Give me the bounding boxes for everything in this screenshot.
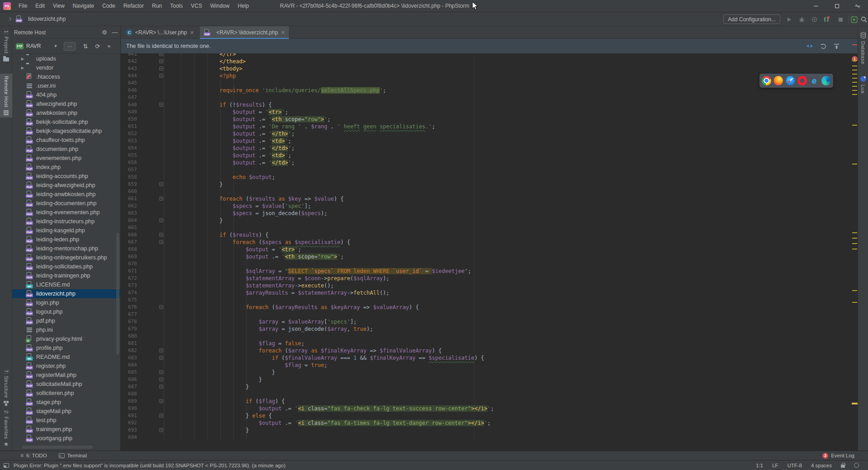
- tree-horizontal-scrollbar[interactable]: [22, 446, 93, 449]
- caret-position[interactable]: 1:1: [756, 463, 763, 468]
- tree-row[interactable]: PHP404.php: [12, 90, 120, 99]
- code-line[interactable]: 654 $output .= '</td>';: [121, 145, 852, 152]
- breadcrumb[interactable]: lidoverzicht.php: [28, 16, 66, 22]
- code-line[interactable]: 643- <tbody>: [121, 65, 852, 72]
- stripe-mark[interactable]: [852, 66, 857, 66]
- stripe-mark[interactable]: [852, 243, 857, 244]
- fold-marker-icon[interactable]: -: [159, 218, 163, 222]
- menu-help[interactable]: Help: [234, 0, 253, 12]
- code-line[interactable]: 683- if ($finalValueArray === 1 && $fina…: [121, 354, 852, 362]
- tree-row[interactable]: PHPleiding-kasgeld.php: [12, 226, 120, 235]
- firefox-browser-icon[interactable]: [774, 76, 783, 85]
- code-line[interactable]: 668 $output = '<tr>';: [121, 246, 852, 253]
- fold-marker-icon[interactable]: -: [159, 240, 163, 244]
- line-separator[interactable]: LF: [772, 463, 778, 468]
- tree-row[interactable]: PHPtrainingen.php: [12, 425, 120, 434]
- stripe-mark[interactable]: [852, 164, 857, 164]
- code-line[interactable]: 646 require_once 'includes/queries/selec…: [121, 87, 852, 94]
- code-line[interactable]: 691- } else {: [121, 412, 852, 419]
- fold-marker-icon[interactable]: -: [159, 66, 163, 70]
- code-line[interactable]: 645: [121, 80, 852, 87]
- tree-row[interactable]: PHPtest.php: [12, 416, 120, 425]
- stripe-mark[interactable]: [852, 249, 857, 249]
- tree-row[interactable]: PHPdocumenten.php: [12, 145, 120, 154]
- fold-marker-icon[interactable]: -: [159, 182, 163, 186]
- tree-row[interactable]: PHPprofile.php: [12, 343, 120, 352]
- code-line[interactable]: 689- if ($flag) {: [121, 398, 852, 405]
- sidebar-tab-structure[interactable]: 7: Structure: [0, 367, 12, 408]
- tree-row[interactable]: ▶uploads: [12, 54, 120, 63]
- code-line[interactable]: 660: [121, 188, 852, 195]
- terminal-toolwindow-button[interactable]: ▸_ Terminal: [59, 453, 87, 458]
- code-line[interactable]: 641- </tr>: [121, 53, 852, 58]
- code-line[interactable]: 661- foreach ($results as $key => $value…: [121, 195, 852, 202]
- sidebar-tab-database[interactable]: Database: [857, 30, 868, 66]
- close-panel-icon[interactable]: ×: [107, 43, 111, 50]
- tree-row[interactable]: MDLICENSE.md: [12, 280, 120, 289]
- todo-toolwindow-button[interactable]: ≡ 6: TODO: [20, 452, 47, 459]
- menu-navigate[interactable]: Navigate: [69, 0, 98, 12]
- code-line[interactable]: 659- }: [121, 181, 852, 188]
- stripe-mark[interactable]: [852, 60, 857, 61]
- tree-row[interactable]: PHPleiding-evenementen.php: [12, 208, 120, 217]
- tree-row[interactable]: PHPleiding-accounts.php: [12, 172, 120, 181]
- tree-row[interactable]: PHPregister.php: [12, 362, 120, 371]
- code-line[interactable]: 673 $statementArray->execute();: [121, 282, 852, 289]
- sidebar-tab-remote-host[interactable]: Remote Host: [0, 74, 12, 118]
- run-with-coverage-icon[interactable]: [810, 15, 818, 24]
- fold-marker-icon[interactable]: -: [159, 370, 163, 374]
- close-icon[interactable]: ✕: [281, 30, 285, 36]
- tree-row[interactable]: PHPleiding-instructeurs.php: [12, 217, 120, 226]
- error-stripe[interactable]: !: [852, 27, 858, 414]
- tree-row[interactable]: PHPchauffeur-toets.php: [12, 136, 120, 145]
- toolwindow-switcher-icon[interactable]: [4, 463, 9, 468]
- code-line[interactable]: 649 $output = '<tr>';: [121, 108, 852, 116]
- tree-row[interactable]: PHPleiding-anwbkosten.php: [12, 190, 120, 199]
- tree-row[interactable]: PHPbekijk-sollicitatie.php: [12, 118, 120, 127]
- tree-row[interactable]: PHPanwbkosten.php: [12, 108, 120, 118]
- code-line[interactable]: 674 $arrayResults = $statementArray->fet…: [121, 289, 852, 296]
- expand-arrow-icon[interactable]: ▶: [19, 66, 26, 70]
- tree-row[interactable]: PHPleiding-sollicitaties.php: [12, 262, 120, 271]
- code-line[interactable]: 647: [121, 94, 852, 101]
- code-line[interactable]: 648- if (!$results) {: [121, 101, 852, 108]
- refresh-icon[interactable]: ⟳: [95, 43, 100, 50]
- run-icon[interactable]: [785, 15, 793, 24]
- code-line[interactable]: 670: [121, 260, 852, 268]
- menu-tools[interactable]: Tools: [166, 0, 187, 12]
- code-line[interactable]: 694: [121, 434, 852, 441]
- tree-row[interactable]: MDREADME.md: [12, 352, 120, 362]
- stripe-mark[interactable]: [852, 90, 857, 91]
- tree-row[interactable]: PHPafwezigheid.php: [12, 99, 120, 108]
- menu-view[interactable]: View: [49, 0, 69, 12]
- code-line[interactable]: 671 $sqlArray = "SELECT `specs` FROM led…: [121, 268, 852, 275]
- menu-window[interactable]: Window: [206, 0, 234, 12]
- readonly-lock-icon[interactable]: [841, 465, 845, 468]
- server-dropdown-icon[interactable]: ▼: [53, 44, 57, 48]
- code-line[interactable]: 653 $output .= '<td>';: [121, 137, 852, 145]
- browse-button[interactable]: ...: [64, 42, 75, 51]
- opera-browser-icon[interactable]: [797, 76, 807, 85]
- code-line[interactable]: 693- }: [121, 427, 852, 434]
- code-line[interactable]: 665: [121, 224, 852, 231]
- fold-marker-icon[interactable]: -: [159, 74, 163, 78]
- code-editor[interactable]: 641- </tr>642- </thead>643- <tbody>644- …: [121, 53, 852, 441]
- ie-browser-icon[interactable]: e: [810, 76, 819, 85]
- highlighting-level-icon[interactable]: [854, 463, 859, 468]
- menu-edit[interactable]: Edit: [31, 0, 49, 12]
- sidebar-tab-favorites[interactable]: 2: Favorites ★: [0, 408, 12, 449]
- code-line[interactable]: 692 $output .= '<i class="fas fa-times f…: [121, 419, 852, 427]
- fold-marker-icon[interactable]: -: [159, 428, 163, 432]
- expand-arrow-icon[interactable]: ▶: [19, 56, 26, 61]
- code-line[interactable]: 678 $array = $valueArray['specs'];: [121, 318, 852, 325]
- code-line[interactable]: 676- foreach ($arrayResults as $keyArray…: [121, 304, 852, 311]
- tree-row[interactable]: PHPsollicitatieMail.php: [12, 380, 120, 389]
- menu-file[interactable]: File: [14, 0, 31, 12]
- menu-run[interactable]: Run: [148, 0, 166, 12]
- code-line[interactable]: 667- foreach ($specs as $specialisatie) …: [121, 239, 852, 246]
- stripe-mark[interactable]: [852, 302, 857, 303]
- code-line[interactable]: 655 $output .= '<td>';: [121, 152, 852, 159]
- fold-marker-icon[interactable]: -: [159, 399, 163, 403]
- chrome-browser-icon[interactable]: [762, 76, 771, 85]
- stripe-mark[interactable]: [852, 82, 857, 83]
